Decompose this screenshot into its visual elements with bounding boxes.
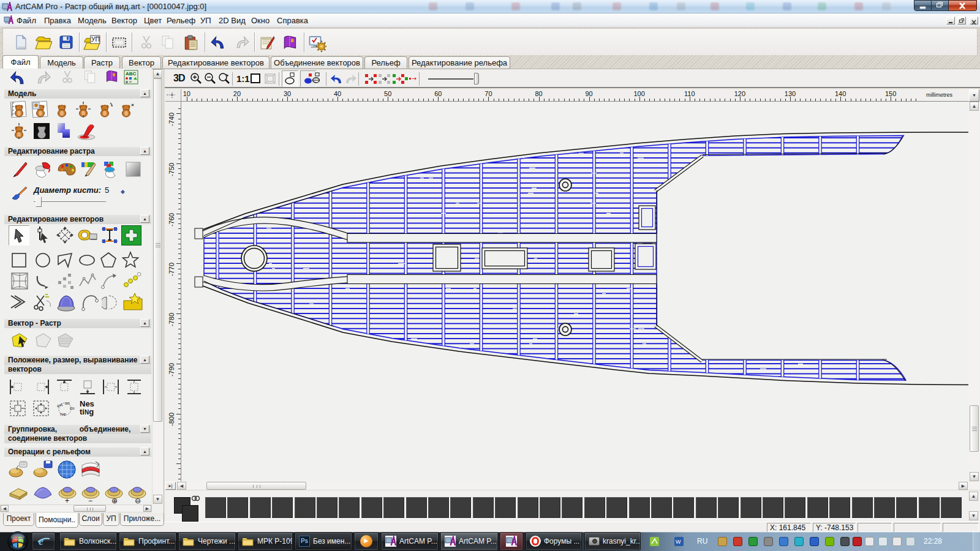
svg-text:⊕: ⊕	[111, 497, 118, 504]
svg-text:cu: cu	[70, 406, 75, 410]
svg-text:rve: rve	[60, 412, 66, 416]
svg-text:⊖: ⊖	[135, 497, 141, 504]
svg-text:−: −	[88, 497, 92, 504]
svg-text:on: on	[65, 401, 70, 405]
svg-text:ext: ext	[56, 402, 63, 408]
svg-text:W: W	[676, 539, 681, 545]
svg-text:+: +	[65, 497, 69, 504]
svg-text:ABC: ABC	[126, 71, 137, 77]
svg-text:УП: УП	[91, 36, 100, 43]
